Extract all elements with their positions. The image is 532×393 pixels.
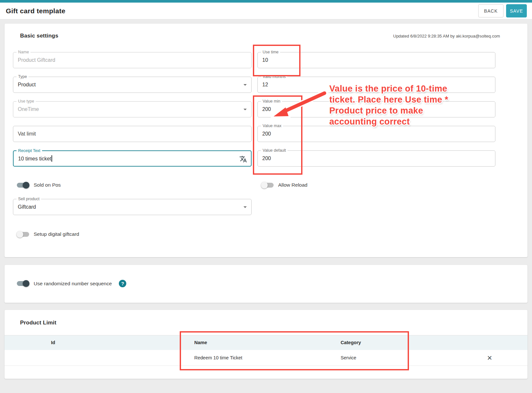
product-limit-table: Id Name Category Redeem 10 time Ticket S…	[5, 335, 527, 366]
number-sequence-card: Use randomized number sequence ?	[5, 265, 527, 303]
setup-digital-toggle-row: Setup digital giftcard	[13, 230, 500, 238]
basic-settings-title: Basic settings	[20, 33, 58, 39]
top-accent-bar	[0, 0, 532, 3]
sold-on-pos-toggle-row: Sold on Pos	[13, 181, 252, 189]
app-header: Gift card template BACK SAVE	[0, 3, 532, 19]
page-title: Gift card template	[6, 7, 65, 15]
sell-product-select[interactable]: Sell product Giftcard	[13, 199, 252, 215]
type-select[interactable]: Type Product	[13, 77, 252, 93]
value-min-field-value: 200	[262, 102, 271, 117]
valid-months-field[interactable]: Valid months 12	[257, 77, 495, 93]
setup-digital-giftcard-label: Setup digital giftcard	[34, 231, 79, 237]
allow-reload-label: Allow Reload	[278, 182, 307, 188]
use-type-select[interactable]: Use type OneTime	[13, 101, 252, 117]
value-max-field-value: 200	[262, 126, 271, 142]
updated-info: Updated 6/8/2022 9:28:35 AM by aki.korpu…	[393, 34, 500, 38]
use-type-select-value: OneTime	[18, 102, 39, 117]
type-select-value: Product	[18, 77, 36, 93]
use-randomized-number-sequence-label: Use randomized number sequence	[34, 281, 112, 287]
help-icon[interactable]: ?	[119, 280, 126, 287]
chevron-down-icon	[243, 109, 247, 110]
translate-icon[interactable]	[239, 155, 247, 164]
row-category-cell: Service	[341, 350, 356, 366]
use-time-field[interactable]: Use time 10	[257, 52, 495, 68]
column-header-name: Name	[194, 335, 207, 350]
save-button[interactable]: SAVE	[506, 4, 527, 17]
allow-reload-toggle[interactable]	[261, 183, 274, 188]
name-field-value: Product Giftcard	[18, 52, 55, 68]
setup-digital-giftcard-toggle[interactable]	[17, 232, 29, 237]
sold-on-pos-toggle[interactable]	[17, 183, 29, 188]
product-limit-card: Product Limit Id Name Category Redeem 10…	[5, 310, 527, 379]
use-randomized-number-sequence-toggle[interactable]	[17, 281, 29, 286]
valid-months-field-value: 12	[262, 77, 268, 93]
column-header-id: Id	[5, 335, 102, 350]
sold-on-pos-label: Sold on Pos	[34, 182, 61, 188]
chevron-down-icon	[243, 206, 247, 208]
table-header-row: Id Name Category	[5, 335, 527, 350]
chevron-down-icon	[243, 84, 247, 86]
vat-limit-field[interactable]: Vat limit	[13, 126, 252, 142]
table-row: Redeem 10 time Ticket Service ×	[5, 350, 527, 366]
sell-product-select-value: Giftcard	[18, 199, 36, 215]
column-header-category: Category	[341, 335, 361, 350]
product-limit-title: Product Limit	[5, 320, 527, 326]
value-min-field[interactable]: Value min 200	[257, 101, 495, 117]
text-cursor	[51, 155, 52, 162]
value-default-field[interactable]: Value default 200	[257, 150, 495, 167]
name-field[interactable]: Name Product Giftcard	[13, 52, 252, 68]
value-max-field[interactable]: Value max 200	[257, 126, 495, 142]
row-name-cell: Redeem 10 time Ticket	[194, 350, 242, 366]
basic-settings-form: Name Product Giftcard Use time 10 Type P…	[13, 52, 500, 167]
receipt-text-field[interactable]: Receipt Text 10 times ticket	[13, 150, 252, 167]
back-button[interactable]: BACK	[478, 4, 504, 17]
remove-row-icon[interactable]: ×	[483, 350, 496, 366]
allow-reload-toggle-row: Allow Reload	[257, 181, 495, 189]
value-default-field-value: 200	[262, 151, 271, 166]
page-content: Basic settings Updated 6/8/2022 9:28:35 …	[0, 19, 532, 379]
receipt-text-field-value: 10 times ticket	[18, 151, 52, 167]
basic-settings-card: Basic settings Updated 6/8/2022 9:28:35 …	[5, 24, 527, 257]
use-time-field-value: 10	[262, 52, 268, 68]
vat-limit-field-label: Vat limit	[18, 126, 36, 142]
